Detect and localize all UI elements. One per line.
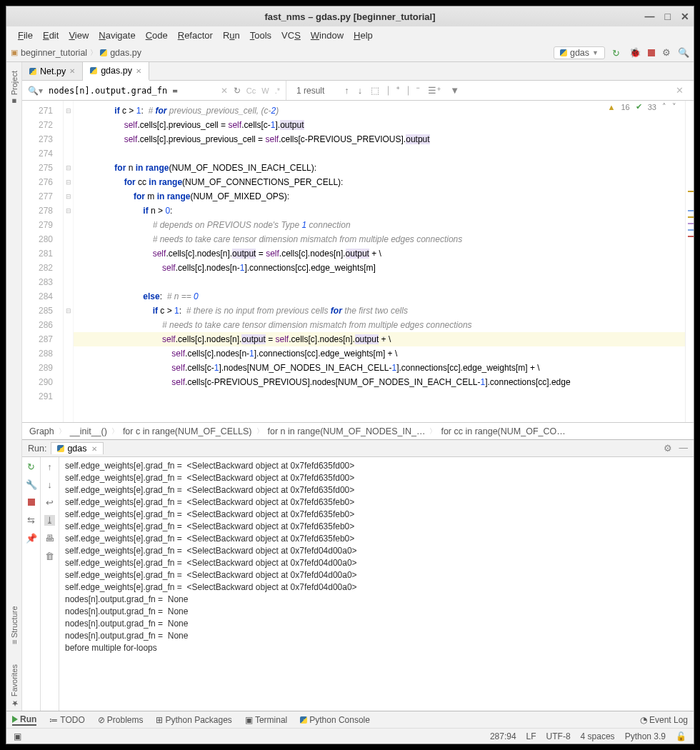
menu-tools[interactable]: Tools <box>246 29 276 42</box>
sidebar-tab-favorites[interactable]: ★ Favorites <box>9 661 19 711</box>
code-crumb[interactable]: for cc in range(NUM_OF_CO… <box>441 426 565 436</box>
chevron-up-icon[interactable]: ˄ <box>662 102 666 111</box>
play-icon <box>12 716 18 723</box>
run-tab[interactable]: gdas✕ <box>51 442 103 454</box>
python-file-icon <box>100 49 107 56</box>
find-close-icon[interactable]: ✕ <box>676 85 684 96</box>
menu-vcs[interactable]: VCS <box>277 29 305 42</box>
code-editor[interactable]: 2712722732742752762772782792802812822832… <box>22 101 694 422</box>
warning-count: 16 <box>621 103 630 111</box>
bottom-tab-problems[interactable]: ⊘ Problems <box>98 715 144 725</box>
menu-edit[interactable]: Edit <box>39 29 63 42</box>
status-interpreter[interactable]: Python 3.9 <box>625 731 666 741</box>
error-stripe[interactable] <box>685 101 694 422</box>
find-select-all-icon[interactable]: ⬚ <box>371 85 379 96</box>
close-icon[interactable]: ✕ <box>136 67 141 75</box>
chevron-down-icon[interactable]: ˅ <box>672 102 676 111</box>
scroll-up-icon[interactable]: ↑ <box>47 461 52 472</box>
code-crumb[interactable]: __init__() <box>70 426 107 436</box>
layout-icon[interactable]: ⇆ <box>27 515 35 526</box>
menubar: File Edit View Navigate Code Refactor Ru… <box>6 26 694 44</box>
debug-icon[interactable]: 🐞 <box>629 47 641 58</box>
breadcrumb-root[interactable]: beginner_tutorial <box>21 48 87 58</box>
pin-icon[interactable]: 📌 <box>26 533 37 544</box>
print-icon[interactable]: 🖶 <box>45 533 54 544</box>
run-redo-icon[interactable]: ↻ <box>612 48 622 58</box>
status-line-sep[interactable]: LF <box>526 731 536 741</box>
soft-wrap-icon[interactable]: ↩ <box>46 497 54 508</box>
code-breadcrumbs[interactable]: Graph〉__init__()〉for c in range(NUM_OF_C… <box>22 422 694 439</box>
sidebar-tab-structure[interactable]: ≡ Structure <box>10 603 19 647</box>
find-filter-icon[interactable]: ▼ <box>450 85 459 96</box>
menu-refactor[interactable]: Refactor <box>174 29 217 42</box>
stop-icon[interactable] <box>648 49 655 56</box>
status-indent[interactable]: 4 spaces <box>581 731 615 741</box>
bottom-tab-run[interactable]: Run <box>12 714 36 726</box>
menu-run[interactable]: Run <box>219 29 244 42</box>
minimize-button[interactable]: — <box>645 11 655 22</box>
code-source[interactable]: ▲16 ✔33 ˄ ˅ if c > 1: # for previous_pre… <box>74 101 685 422</box>
status-caret-pos[interactable]: 287:94 <box>490 731 516 741</box>
bottom-tab-terminal[interactable]: ▣ Terminal <box>245 715 287 725</box>
menu-navigate[interactable]: Navigate <box>94 29 139 42</box>
bottom-tool-stripe: Run ≔ TODO ⊘ Problems ⊞ Python Packages … <box>6 711 694 728</box>
code-crumb[interactable]: for n in range(NUM_OF_NODES_IN_… <box>268 426 426 436</box>
menu-code[interactable]: Code <box>141 29 172 42</box>
find-history-icon[interactable]: ↻ <box>234 86 241 96</box>
code-crumb[interactable]: Graph <box>29 426 54 436</box>
maximize-button[interactable]: □ <box>665 11 671 22</box>
titlebar: fast_nms – gdas.py [beginner_tutorial] —… <box>6 6 694 26</box>
find-remove-selection-icon[interactable]: ⎸⁻ <box>408 85 419 96</box>
settings-icon[interactable]: ⚙ <box>662 47 671 58</box>
find-magnifier-icon[interactable]: 🔍▾ <box>28 86 43 96</box>
close-button[interactable]: ✕ <box>681 11 689 22</box>
inspection-summary[interactable]: ▲16 ✔33 ˄ ˅ <box>608 102 676 111</box>
gutter-fold[interactable]: ⊟⊟⊟⊟⊟⊟ <box>64 101 74 422</box>
bottom-tab-pyconsole[interactable]: Python Console <box>300 715 370 725</box>
status-encoding[interactable]: UTF-8 <box>546 731 571 741</box>
menu-view[interactable]: View <box>64 29 93 42</box>
find-select-occurrences-icon[interactable]: ☰⁺ <box>428 85 441 96</box>
menu-window[interactable]: Window <box>306 29 348 42</box>
tab-net[interactable]: Net.py✕ <box>22 62 83 80</box>
find-input[interactable] <box>49 86 215 96</box>
find-add-selection-icon[interactable]: ⎸⁺ <box>388 85 399 96</box>
stop-icon[interactable] <box>28 497 35 508</box>
close-icon[interactable]: ✕ <box>69 67 75 75</box>
search-icon[interactable]: 🔍 <box>678 47 689 58</box>
python-file-icon <box>90 67 97 74</box>
tab-gdas[interactable]: gdas.py✕ <box>83 62 149 81</box>
breadcrumb-file[interactable]: gdas.py <box>110 48 141 58</box>
menu-help[interactable]: Help <box>349 29 377 42</box>
scroll-down-icon[interactable]: ↓ <box>47 479 52 490</box>
breadcrumb-sep: 〉 <box>90 48 97 58</box>
scroll-to-end-icon[interactable]: ⤓ <box>44 515 55 526</box>
left-tool-stripe: ■ Project ≡ Structure ★ Favorites <box>6 62 22 711</box>
gutter-line-numbers: 2712722732742752762772782792802812822832… <box>22 101 64 422</box>
run-hide-icon[interactable]: — <box>679 443 689 454</box>
status-lock-icon[interactable]: 🔓 <box>676 731 686 741</box>
tab-label: gdas.py <box>101 66 132 76</box>
find-clear-icon[interactable]: ✕ <box>221 86 228 96</box>
find-prev-icon[interactable]: ↑ <box>344 85 349 96</box>
clear-icon[interactable]: 🗑 <box>45 551 54 561</box>
window-title: fast_nms – gdas.py [beginner_tutorial] <box>264 11 435 22</box>
menu-file[interactable]: File <box>14 29 37 42</box>
event-log-link[interactable]: ◔ Event Log <box>640 715 688 725</box>
console-output[interactable]: self.edge_weights[e].grad_fn = <SelectBa… <box>59 457 694 711</box>
python-icon <box>560 49 567 56</box>
find-regex-icon[interactable]: .* <box>275 86 280 95</box>
bottom-tab-todo[interactable]: ≔ TODO <box>49 715 84 725</box>
run-settings-icon[interactable]: ⚙ <box>664 443 672 454</box>
find-words-icon[interactable]: W <box>261 86 269 95</box>
status-tool-icon[interactable]: ▣ <box>14 731 21 741</box>
find-case-icon[interactable]: Cc <box>246 86 256 95</box>
sidebar-tab-project[interactable]: ■ Project <box>10 68 19 109</box>
run-config-selector[interactable]: gdas ▼ <box>554 46 605 59</box>
wrench-icon[interactable]: 🔧 <box>26 479 37 490</box>
find-next-icon[interactable]: ↓ <box>358 85 363 96</box>
code-crumb[interactable]: for c in range(NUM_OF_CELLS) <box>123 426 252 436</box>
bottom-tab-packages[interactable]: ⊞ Python Packages <box>156 715 231 725</box>
close-icon[interactable]: ✕ <box>91 445 97 453</box>
rerun-icon[interactable]: ↻ <box>27 461 35 472</box>
